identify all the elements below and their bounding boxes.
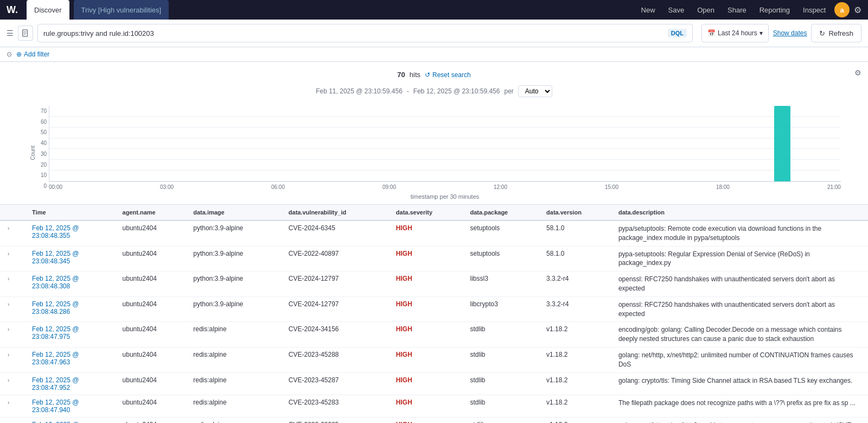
- bar-col-28[interactable]: [511, 106, 527, 181]
- expand-button[interactable]: ›: [5, 325, 11, 333]
- refresh-button[interactable]: ↻ Refresh: [811, 24, 861, 42]
- tab-discover[interactable]: Discover: [27, 0, 69, 20]
- bar-col-13[interactable]: [264, 106, 280, 181]
- reset-search-button[interactable]: ↺ Reset search: [425, 71, 471, 79]
- time-cell[interactable]: Feb 12, 2025 @ 23:08:47.940: [27, 395, 117, 417]
- bar-col-21[interactable]: [396, 106, 412, 181]
- bar-col-37[interactable]: [659, 106, 675, 181]
- expand-cell[interactable]: ›: [0, 272, 27, 297]
- bar-col-18[interactable]: [347, 106, 362, 181]
- expand-cell[interactable]: ›: [0, 373, 27, 395]
- settings-icon[interactable]: ⚙: [854, 5, 861, 15]
- bar-col-1[interactable]: [67, 106, 82, 181]
- bar-col-43[interactable]: [758, 106, 774, 181]
- time-cell[interactable]: Feb 12, 2025 @ 23:08:48.286: [27, 296, 117, 322]
- bar-col-12[interactable]: [248, 106, 264, 181]
- bar-col-34[interactable]: [610, 106, 626, 181]
- bar-col-29[interactable]: [528, 106, 544, 181]
- bar-col-27[interactable]: [495, 106, 510, 181]
- bar-col-45[interactable]: [791, 106, 807, 181]
- bar-col-23[interactable]: [429, 106, 445, 181]
- interval-select[interactable]: Auto: [518, 85, 552, 97]
- bar-col-46[interactable]: [807, 106, 823, 181]
- bar-col-38[interactable]: [675, 106, 691, 181]
- bar-col-36[interactable]: [643, 106, 659, 181]
- time-cell[interactable]: Feb 12, 2025 @ 23:08:48.308: [27, 272, 117, 297]
- expand-cell[interactable]: ›: [0, 417, 27, 423]
- expand-button[interactable]: ›: [5, 399, 11, 407]
- expand-cell[interactable]: ›: [0, 347, 27, 373]
- bar-col-30[interactable]: [544, 106, 560, 181]
- reporting-button[interactable]: Reporting: [755, 4, 794, 16]
- bar-col-35[interactable]: [626, 106, 642, 181]
- bar-col-22[interactable]: [412, 106, 428, 181]
- bar-col-44[interactable]: [774, 106, 790, 181]
- bar-col-31[interactable]: [560, 106, 576, 181]
- bar-col-20[interactable]: [380, 106, 395, 181]
- time-cell[interactable]: Feb 12, 2025 @ 23:08:48.355: [27, 220, 117, 246]
- add-filter-button[interactable]: ⊕ Add filter: [16, 50, 49, 58]
- expand-button[interactable]: ›: [5, 351, 11, 359]
- expand-cell[interactable]: ›: [0, 296, 27, 322]
- bar-col-11[interactable]: [232, 106, 247, 181]
- bar-col-41[interactable]: [725, 106, 741, 181]
- time-cell[interactable]: Feb 12, 2025 @ 23:08:47.963: [27, 347, 117, 373]
- bar-col-5[interactable]: [133, 106, 149, 181]
- expand-button[interactable]: ›: [5, 300, 11, 308]
- expand-cell[interactable]: ›: [0, 322, 27, 348]
- time-cell[interactable]: Feb 12, 2025 @ 23:08:47.975: [27, 322, 117, 348]
- bar-col-3[interactable]: [100, 106, 116, 181]
- time-cell[interactable]: Feb 12, 2025 @ 23:08:48.345: [27, 246, 117, 272]
- calendar-button[interactable]: 📅 Last 24 hours ▾: [701, 24, 769, 42]
- save-button[interactable]: Save: [664, 4, 689, 16]
- bar-col-7[interactable]: [165, 106, 181, 181]
- time-cell[interactable]: Feb 12, 2025 @ 23:08:47.952: [27, 373, 117, 395]
- bar-col-40[interactable]: [709, 106, 724, 181]
- share-button[interactable]: Share: [723, 4, 751, 16]
- bar-col-19[interactable]: [363, 106, 379, 181]
- expand-cell[interactable]: ›: [0, 220, 27, 246]
- bar-col-4[interactable]: [116, 106, 132, 181]
- dql-badge[interactable]: DQL: [668, 29, 687, 37]
- bar-col-47[interactable]: [824, 106, 839, 181]
- search-input[interactable]: [43, 29, 663, 37]
- bar-col-39[interactable]: [692, 106, 708, 181]
- new-button[interactable]: New: [637, 4, 660, 16]
- bar-col-42[interactable]: [742, 106, 757, 181]
- bar-col-14[interactable]: [281, 106, 297, 181]
- chart-settings-button[interactable]: ⚙: [854, 68, 861, 77]
- bar-col-17[interactable]: [330, 106, 346, 181]
- bar-col-24[interactable]: [445, 106, 461, 181]
- bar-col-25[interactable]: [462, 106, 477, 181]
- expand-button[interactable]: ›: [5, 275, 11, 283]
- expand-button[interactable]: ›: [5, 250, 11, 258]
- sidebar-toggle-icon[interactable]: ☰: [7, 29, 14, 37]
- bar-col-0[interactable]: [50, 106, 66, 181]
- col-data-image[interactable]: data.image: [188, 205, 283, 220]
- show-dates-button[interactable]: Show dates: [773, 29, 807, 37]
- bar-col-9[interactable]: [199, 106, 214, 181]
- inspect-button[interactable]: Inspect: [799, 4, 830, 16]
- col-agent-name[interactable]: agent.name: [117, 205, 188, 220]
- tab-trivy[interactable]: Trivy [High vulnerabilities]: [74, 0, 169, 20]
- time-cell[interactable]: Feb 12, 2025 @ 23:08:47.928: [27, 417, 117, 423]
- bar-col-16[interactable]: [314, 106, 329, 181]
- col-version[interactable]: data.version: [541, 205, 613, 220]
- bar-col-6[interactable]: [149, 106, 165, 181]
- bar-col-26[interactable]: [478, 106, 494, 181]
- expand-button[interactable]: ›: [5, 376, 11, 384]
- col-package[interactable]: data.package: [465, 205, 541, 220]
- filter-collapse-icon[interactable]: ⊙: [7, 50, 12, 58]
- expand-button[interactable]: ›: [5, 421, 11, 423]
- col-severity[interactable]: data.severity: [391, 205, 465, 220]
- bar-col-33[interactable]: [593, 106, 609, 181]
- bar-col-15[interactable]: [297, 106, 313, 181]
- bar-col-10[interactable]: [215, 106, 231, 181]
- avatar[interactable]: a: [834, 2, 850, 17]
- bar-col-2[interactable]: [84, 106, 99, 181]
- search-type-icon[interactable]: [18, 26, 33, 41]
- bar-col-32[interactable]: [577, 106, 593, 181]
- open-button[interactable]: Open: [693, 4, 719, 16]
- col-vuln-id[interactable]: data.vulnerability_id: [283, 205, 391, 220]
- expand-cell[interactable]: ›: [0, 246, 27, 272]
